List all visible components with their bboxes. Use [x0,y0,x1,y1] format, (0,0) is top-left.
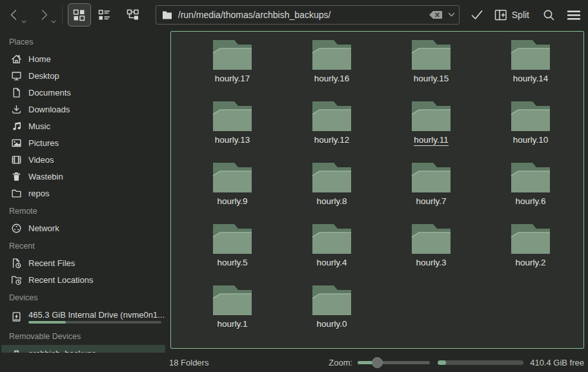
home-icon [10,53,22,65]
folder-label: hourly.0 [316,319,347,329]
sidebar-item-label: Documents [28,88,161,98]
zoom-slider-track[interactable] [358,361,430,364]
folder-view[interactable]: hourly.17hourly.16hourly.15hourly.14hour… [170,31,584,349]
folder-item-hourly-11[interactable]: hourly.11 [383,99,480,161]
folder-item-hourly-6[interactable]: hourly.6 [482,161,579,222]
sidebar-item-videos[interactable]: Videos [1,151,165,168]
folder-icon [511,39,551,70]
folder-label: hourly.17 [215,74,250,84]
split-button[interactable]: Split [494,9,529,21]
folder-item-hourly-4[interactable]: hourly.4 [283,222,380,284]
sidebar-item-downloads[interactable]: Downloads [1,101,165,118]
chevron-down-icon [51,20,56,24]
sidebar-item-wastebin[interactable]: Wastebin [1,168,165,185]
sidebar-item-archbish-backups[interactable]: archbish_backups [1,345,165,353]
folder-item-hourly-10[interactable]: hourly.10 [482,99,579,161]
folder-icon [411,162,451,193]
sidebar-item-music[interactable]: Music [1,118,165,134]
folder-label: hourly.3 [416,258,446,268]
sidebar-item-network[interactable]: Network [1,220,165,236]
folder-item-hourly-14[interactable]: hourly.14 [482,38,579,99]
details-view-button[interactable] [94,4,116,26]
internal-drive-icon [10,311,22,322]
folder-label: hourly.11 [414,135,449,146]
folder-icon [411,101,451,132]
tree-view-button[interactable] [122,4,144,26]
tree-view-icon [127,9,139,21]
folder-label: hourly.12 [314,135,350,145]
folder-item-hourly-12[interactable]: hourly.12 [283,99,380,161]
folder-item-hourly-9[interactable]: hourly.9 [184,161,281,222]
folder-item-hourly-0[interactable]: hourly.0 [283,284,380,345]
folder-item-hourly-15[interactable]: hourly.15 [383,38,480,99]
folder-icon [212,162,252,193]
folder-icon [312,162,352,193]
location-dropdown-icon[interactable] [448,12,455,17]
icons-view-button[interactable] [68,3,91,26]
back-button[interactable] [6,7,22,23]
folder-item-hourly-13[interactable]: hourly.13 [184,99,281,161]
sidebar-item-documents[interactable]: Documents [1,84,165,101]
sidebar-item-desktop[interactable]: Desktop [1,67,165,84]
folder-icon [312,223,352,254]
folder-item-hourly-1[interactable]: hourly.1 [184,284,281,345]
disk-usage-bar [438,360,523,365]
accept-location-button[interactable] [470,8,484,21]
sidebar-item-label: Home [28,54,161,64]
folder-grid: hourly.17hourly.16hourly.15hourly.14hour… [171,32,583,345]
sidebar-section-label: Remote [0,202,167,220]
videos-icon [10,154,22,165]
location-bar[interactable]: /run/media/thomas/archbish_backups/ [156,5,460,25]
items-count-label: 18 Folders [169,358,208,367]
sidebar-item-recent-files[interactable]: Recent Files [1,254,165,271]
chevron-left-icon [6,7,22,23]
search-button[interactable] [542,8,556,22]
chevron-right-icon [36,7,52,23]
folder-label: hourly.13 [215,135,250,145]
folder-item-hourly-17[interactable]: hourly.17 [184,38,281,99]
folder-item-hourly-2[interactable]: hourly.2 [482,222,579,284]
folder-item-hourly-3[interactable]: hourly.3 [383,222,480,284]
location-path: /run/media/thomas/archbish_backups/ [178,10,429,20]
folder-item-hourly-7[interactable]: hourly.7 [383,161,480,222]
clear-location-icon[interactable] [429,10,443,20]
toolbar-separator [62,5,63,25]
folder-icon [10,187,22,199]
folder-icon [212,223,252,254]
checkmark-icon [470,8,484,21]
sidebar-item-465-3-gib-internal-drive-nvme0n1[interactable]: 465.3 GiB Internal Drive (nvme0n1... [1,306,165,327]
folder-icon [312,101,352,132]
folder-label: hourly.14 [513,74,549,84]
sidebar-item-recent-locations[interactable]: Recent Locations [1,271,165,288]
recent-files-icon [10,257,22,269]
sidebar-item-label: 465.3 GiB Internal Drive (nvme0n1... [28,310,161,320]
zoom-slider[interactable] [358,356,430,368]
recent-locations-icon [10,274,22,285]
chevron-down-icon [21,20,26,24]
folder-label: hourly.2 [515,258,545,268]
toolbar: /run/media/thomas/archbish_backups/ Spli… [0,0,588,30]
folder-label: hourly.5 [217,258,247,268]
sidebar-item-label: Pictures [28,138,161,148]
disk-usage-fill [438,360,446,365]
sidebar-item-label: Downloads [28,105,161,114]
icons-view-icon [73,9,85,21]
folder-item-hourly-5[interactable]: hourly.5 [184,222,281,284]
sidebar-item-pictures[interactable]: Pictures [1,134,165,151]
folder-icon [312,39,352,70]
folder-icon [411,223,451,254]
sidebar-item-label: Wastebin [28,172,161,181]
details-view-icon [98,9,110,21]
forward-button[interactable] [36,7,52,23]
zoom-slider-handle[interactable] [372,357,383,368]
sidebar-item-repos[interactable]: repos [1,185,165,202]
folder-label: hourly.4 [316,258,347,268]
sidebar-item-home[interactable]: Home [1,50,165,67]
folder-icon [162,10,172,20]
menu-button[interactable] [567,10,581,21]
folder-item-hourly-16[interactable]: hourly.16 [283,38,380,99]
folder-label: hourly.1 [217,319,247,329]
folder-item-hourly-8[interactable]: hourly.8 [283,161,380,222]
folder-label: hourly.16 [314,74,350,84]
music-icon [10,120,22,132]
